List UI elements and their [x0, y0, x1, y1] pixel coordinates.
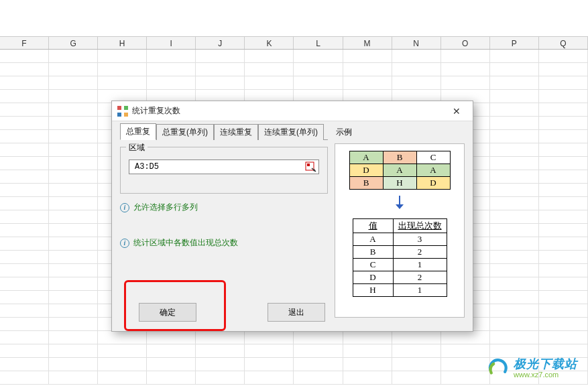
cell[interactable] — [0, 358, 49, 371]
cell[interactable] — [0, 130, 49, 143]
cell[interactable] — [49, 251, 98, 263]
column-header[interactable]: H — [98, 37, 147, 49]
cell[interactable] — [0, 318, 49, 330]
cancel-button[interactable]: 退出 — [268, 303, 325, 322]
cell[interactable] — [245, 358, 294, 371]
cell[interactable] — [0, 170, 49, 183]
cell[interactable] — [490, 103, 539, 116]
cell[interactable] — [343, 76, 392, 89]
cell[interactable] — [245, 76, 294, 89]
cell[interactable] — [49, 184, 98, 196]
cell[interactable] — [490, 237, 539, 250]
cell[interactable] — [0, 50, 49, 62]
cell[interactable] — [490, 117, 539, 129]
cell[interactable] — [539, 318, 588, 330]
cell[interactable] — [49, 117, 98, 129]
cell[interactable] — [490, 291, 539, 304]
tab-0[interactable]: 总重复 — [120, 123, 156, 140]
cell[interactable] — [0, 237, 49, 250]
cell[interactable] — [490, 50, 539, 62]
cell[interactable] — [490, 90, 539, 103]
cell[interactable] — [245, 50, 294, 62]
cell[interactable] — [98, 331, 147, 344]
cell[interactable] — [147, 50, 196, 62]
cell[interactable] — [196, 63, 245, 76]
column-header[interactable]: P — [490, 37, 539, 49]
cell[interactable] — [490, 331, 539, 344]
cell[interactable] — [49, 90, 98, 103]
cell[interactable] — [294, 50, 343, 62]
cell[interactable] — [49, 304, 98, 317]
cell[interactable] — [490, 318, 539, 330]
cell[interactable] — [392, 63, 441, 76]
cell[interactable] — [0, 103, 49, 116]
cell[interactable] — [441, 76, 490, 89]
cell[interactable] — [196, 358, 245, 371]
cell[interactable] — [294, 63, 343, 76]
cell[interactable] — [98, 358, 147, 371]
range-input[interactable] — [133, 161, 305, 172]
cell[interactable] — [196, 50, 245, 62]
column-header[interactable]: K — [245, 37, 294, 49]
cell[interactable] — [490, 157, 539, 170]
cell[interactable] — [539, 251, 588, 263]
cell[interactable] — [490, 143, 539, 156]
column-header[interactable]: J — [196, 37, 245, 49]
cell[interactable] — [147, 371, 196, 384]
column-header[interactable]: I — [147, 37, 196, 49]
cell[interactable] — [0, 291, 49, 304]
cell[interactable] — [147, 63, 196, 76]
cell[interactable] — [539, 90, 588, 103]
cell[interactable] — [245, 63, 294, 76]
cell[interactable] — [98, 76, 147, 89]
tab-1[interactable]: 总重复(单列) — [156, 124, 214, 140]
cell[interactable] — [245, 344, 294, 357]
cell[interactable] — [0, 304, 49, 317]
cell[interactable] — [49, 103, 98, 116]
cell[interactable] — [539, 224, 588, 237]
cell[interactable] — [343, 50, 392, 62]
cell[interactable] — [392, 344, 441, 357]
cell[interactable] — [49, 130, 98, 143]
cell[interactable] — [49, 50, 98, 62]
cell[interactable] — [0, 371, 49, 384]
cell[interactable] — [343, 63, 392, 76]
cell[interactable] — [343, 331, 392, 344]
cell[interactable] — [147, 344, 196, 357]
cell[interactable] — [147, 358, 196, 371]
cell[interactable] — [539, 197, 588, 210]
cell[interactable] — [490, 170, 539, 183]
cell[interactable] — [490, 251, 539, 263]
cell[interactable] — [49, 318, 98, 330]
cell[interactable] — [294, 371, 343, 384]
cell[interactable] — [539, 184, 588, 196]
cell[interactable] — [0, 76, 49, 89]
cell[interactable] — [147, 331, 196, 344]
cell[interactable] — [539, 157, 588, 170]
cell[interactable] — [196, 76, 245, 89]
cell[interactable] — [245, 371, 294, 384]
cell[interactable] — [539, 237, 588, 250]
cell[interactable] — [0, 251, 49, 263]
cell[interactable] — [0, 264, 49, 277]
cell[interactable] — [49, 237, 98, 250]
cell[interactable] — [49, 76, 98, 89]
cell[interactable] — [0, 344, 49, 357]
cell[interactable] — [441, 50, 490, 62]
cell[interactable] — [245, 331, 294, 344]
cell[interactable] — [539, 117, 588, 129]
cell[interactable] — [0, 117, 49, 129]
cell[interactable] — [490, 76, 539, 89]
cell[interactable] — [490, 184, 539, 196]
cell[interactable] — [49, 197, 98, 210]
column-header[interactable]: G — [49, 37, 98, 49]
cell[interactable] — [441, 331, 490, 344]
cell[interactable] — [392, 358, 441, 371]
cell[interactable] — [49, 291, 98, 304]
cell[interactable] — [0, 184, 49, 196]
cell[interactable] — [49, 224, 98, 237]
cell[interactable] — [441, 358, 490, 371]
cell[interactable] — [0, 143, 49, 156]
cell[interactable] — [539, 50, 588, 62]
cell[interactable] — [49, 143, 98, 156]
